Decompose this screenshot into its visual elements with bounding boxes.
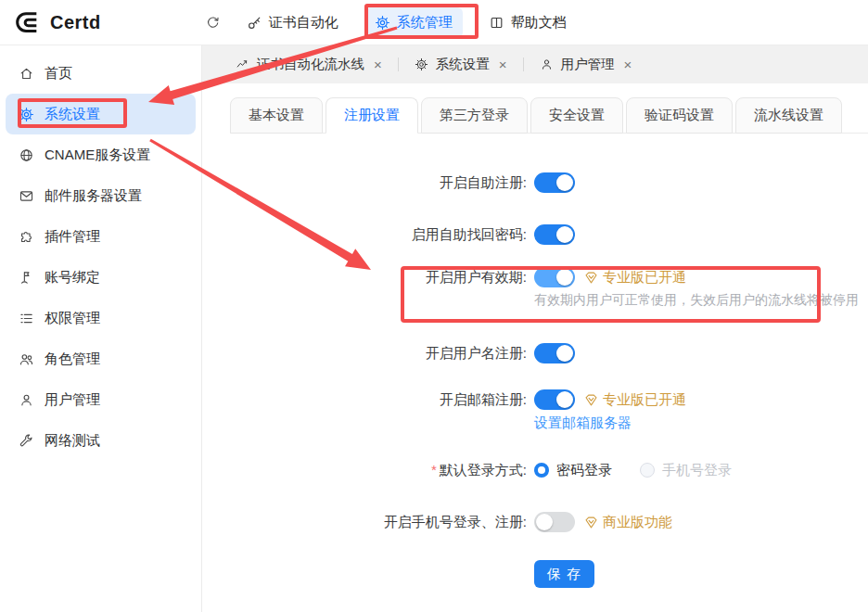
toggle-knob [556,345,573,362]
tab-register-settings[interactable]: 注册设置 [326,97,418,134]
mail-icon [19,188,34,204]
sidebar-item-label: 权限管理 [45,310,100,327]
app-logo[interactable]: Certd [13,8,101,36]
list-icon [19,311,34,326]
wrench-icon [19,433,34,449]
refresh-button[interactable] [205,15,221,31]
workspace-tab-user-management[interactable]: 用户管理 × [530,56,642,73]
sidebar-item-user-management[interactable]: 用户管理 [6,379,196,420]
pro-version-badge: 专业版已开通 [583,269,686,287]
tab-captcha-settings[interactable]: 验证码设置 [626,97,733,134]
radio-checked-icon [534,463,549,478]
sidebar-item-label: 邮件服务器设置 [45,187,142,205]
sidebar-item-network-test[interactable]: 网络测试 [6,420,196,461]
refresh-icon [205,15,221,31]
nav-label: 证书自动化 [269,14,338,32]
sidebar-item-home[interactable]: 首页 [6,53,196,94]
nav-item-system-management[interactable]: 系统管理 [364,7,463,38]
app-header: Certd 证书自动化 系统管理 帮助文档 [0,0,868,45]
workspace-tabstrip: 证书自动化流水线 × 系统设置 × 用户管理 × [202,45,868,83]
nav-item-cert-automation[interactable]: 证书自动化 [247,14,338,32]
tab-pipeline-settings[interactable]: 流水线设置 [735,97,842,134]
badge-label: 专业版已开通 [603,391,686,409]
form-row-user-expiry: 开启用户有效期: 专业版已开通 有效期内用户可正常使用，失效后用户的流水线将被停… [230,267,868,309]
nav-label: 帮助文档 [511,14,567,32]
line-chart-icon [236,57,249,71]
radio-label: 手机号登录 [662,462,732,479]
user-expiry-toggle[interactable] [534,267,575,287]
sidebar-item-account-binding[interactable]: 账号绑定 [6,257,196,298]
required-mark: * [431,462,437,478]
field-label-text: 默认登录方式: [440,462,527,478]
save-button[interactable]: 保 存 [534,560,594,588]
app-title: Certd [50,12,101,33]
sidebar-item-label: 插件管理 [45,228,100,246]
toggle-knob [536,514,553,530]
badge-label: 专业版已开通 [603,269,686,287]
user-expiry-description: 有效期内用户可正常使用，失效后用户的流水线将被停用 [534,292,859,309]
book-icon [489,15,504,31]
gear-icon [415,57,428,71]
form-row-default-login: *默认登录方式: 密码登录 手机号登录 [230,460,868,480]
form-row-username-register: 开启用户名注册: [230,343,868,363]
close-icon[interactable]: × [624,57,632,71]
sidebar: 首页 系统设置 CNAME服务设置 邮件服务器设置 插件管理 账号绑定 权限管理… [0,45,202,612]
tab-third-party-login[interactable]: 第三方登录 [421,97,528,134]
phone-login-toggle[interactable] [534,512,575,532]
toggle-knob [556,269,573,286]
form-row-phone-login: 开启手机号登录、注册: 商业版功能 [230,512,868,532]
user-icon [540,57,554,71]
sidebar-item-system-settings[interactable]: 系统设置 [6,94,196,134]
tab-divider [398,57,399,71]
gear-icon [19,107,34,122]
radio-password-login[interactable]: 密码登录 [534,462,612,479]
setup-mail-server-link[interactable]: 设置邮箱服务器 [534,414,686,432]
sidebar-item-permission-management[interactable]: 权限管理 [6,298,196,338]
globe-icon [19,147,34,163]
email-register-toggle[interactable] [534,389,575,410]
workspace-tab-system-settings[interactable]: 系统设置 × [405,56,517,73]
workspace-tab-pipeline[interactable]: 证书自动化流水线 × [226,56,391,73]
field-label: 开启手机号登录、注册: [230,512,527,532]
toggle-knob [556,174,573,191]
close-icon[interactable]: × [374,57,382,71]
form-row-self-register: 开启自助注册: [230,172,868,193]
sidebar-item-label: CNAME服务设置 [45,147,150,164]
workspace-tab-label: 系统设置 [436,56,490,73]
field-label: 开启自助注册: [230,172,527,193]
sidebar-item-label: 角色管理 [45,351,100,368]
username-register-toggle[interactable] [534,343,575,363]
flag-icon [19,270,34,286]
form-row-email-register: 开启邮箱注册: 专业版已开通 设置邮箱服务器 [230,389,868,432]
users-icon [19,351,34,367]
radio-disabled-icon [640,463,655,478]
tab-security-settings[interactable]: 安全设置 [530,97,623,134]
radio-label: 密码登录 [556,462,612,479]
field-label: 开启邮箱注册: [230,389,527,410]
toggle-knob [556,226,573,243]
sidebar-item-cname-service[interactable]: CNAME服务设置 [6,134,196,175]
field-label: 开启用户有效期: [230,267,527,287]
tab-basic-settings[interactable]: 基本设置 [230,97,323,134]
top-navigation: 证书自动化 系统管理 帮助文档 [205,7,567,38]
self-register-toggle[interactable] [534,172,575,193]
vip-gem-icon [583,515,599,530]
sidebar-item-role-management[interactable]: 角色管理 [6,338,196,379]
gear-icon [375,15,390,31]
sidebar-item-mail-server[interactable]: 邮件服务器设置 [6,175,196,216]
nav-item-help-docs[interactable]: 帮助文档 [489,14,567,32]
field-label: 启用自助找回密码: [230,224,527,245]
sidebar-item-label: 网络测试 [45,432,100,450]
toggle-knob [556,391,573,408]
self-find-password-toggle[interactable] [534,224,575,245]
sidebar-item-plugin-management[interactable]: 插件管理 [6,216,196,257]
workspace-tab-label: 用户管理 [561,56,615,73]
badge-label: 商业版功能 [603,514,672,531]
home-icon [19,66,34,82]
sidebar-item-label: 用户管理 [45,391,100,409]
close-icon[interactable]: × [499,57,507,71]
business-version-badge: 商业版功能 [583,514,672,531]
certd-logo-icon [13,8,41,36]
main-content: 基本设置 注册设置 第三方登录 安全设置 验证码设置 流水线设置 开启自助注册:… [202,83,868,612]
nav-label: 系统管理 [397,14,453,32]
